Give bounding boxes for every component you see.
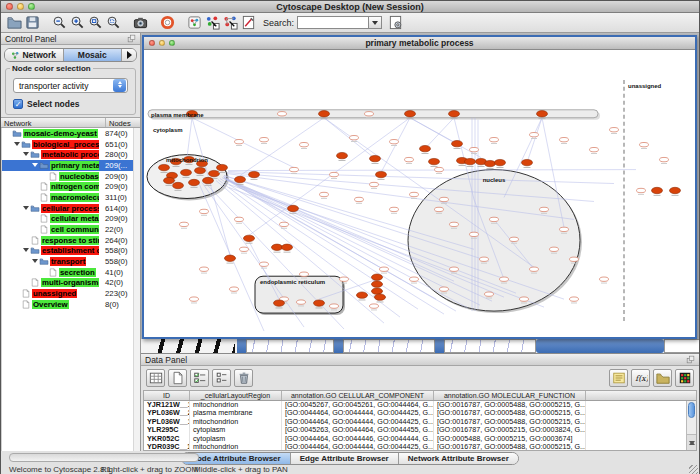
attribute-batch-icon[interactable] bbox=[212, 369, 231, 387]
network-node-small[interactable] bbox=[440, 287, 449, 291]
network-node-small[interactable] bbox=[278, 112, 287, 116]
network-node[interactable] bbox=[235, 176, 246, 182]
table-cell[interactable]: cytoplasm bbox=[190, 426, 282, 434]
table-cell[interactable]: [GO:0016787, GO:0005488, GO:0005215, G..… bbox=[434, 401, 586, 409]
tree-row[interactable]: nucleobase-209(0) bbox=[2, 171, 140, 182]
network-node[interactable] bbox=[274, 300, 285, 306]
network-node-small[interactable] bbox=[260, 137, 269, 141]
table-cell[interactable]: [GO:0016787, GO:0005488, GO:0005215, G..… bbox=[434, 418, 586, 426]
network-node[interactable] bbox=[209, 170, 220, 176]
table-column-header[interactable]: ID bbox=[144, 391, 190, 400]
attribute-table-icon[interactable] bbox=[146, 369, 165, 387]
network-edge[interactable] bbox=[527, 118, 542, 163]
network-node[interactable] bbox=[288, 205, 299, 211]
vizmapper-icon[interactable] bbox=[239, 14, 257, 31]
network-node[interactable] bbox=[449, 111, 460, 117]
network-node-small[interactable] bbox=[390, 207, 399, 211]
new-attribute-icon[interactable] bbox=[168, 369, 187, 387]
tree-row[interactable]: metabolic process280(0) bbox=[2, 149, 140, 160]
network-node-small[interactable] bbox=[560, 227, 569, 231]
open-file-icon[interactable] bbox=[5, 14, 23, 31]
network-node-small[interactable] bbox=[200, 209, 209, 213]
network-node[interactable] bbox=[244, 235, 255, 241]
table-cell[interactable]: YPL036W__1 bbox=[144, 418, 190, 426]
disclosure-triangle-icon[interactable] bbox=[32, 163, 38, 170]
network-node-small[interactable] bbox=[320, 192, 329, 196]
save-icon[interactable] bbox=[23, 14, 41, 31]
zoom-out-icon[interactable] bbox=[50, 14, 68, 31]
network-node[interactable] bbox=[370, 155, 381, 161]
table-cell[interactable]: YKR052C bbox=[144, 435, 190, 443]
formula-icon[interactable] bbox=[631, 369, 650, 387]
tree-row[interactable]: secretion41(0) bbox=[2, 267, 140, 278]
network-node-small[interactable] bbox=[235, 217, 244, 221]
network-node[interactable] bbox=[319, 111, 330, 117]
table-cell[interactable]: [GO:0045263, GO:0044464, GO:0044455, G..… bbox=[282, 426, 434, 434]
network-node-small[interactable] bbox=[660, 157, 669, 161]
table-row[interactable]: YPL036W__1mitochondrion[GO:0044464, GO:0… bbox=[144, 418, 696, 426]
node-color-dropdown[interactable]: transporter activity bbox=[13, 78, 128, 93]
network-node-small[interactable] bbox=[405, 157, 414, 161]
network-node-small[interactable] bbox=[490, 137, 499, 141]
network-node-small[interactable] bbox=[390, 139, 399, 143]
network-node[interactable] bbox=[485, 160, 496, 166]
tree-row[interactable]: establishment of lo558(0) bbox=[2, 246, 140, 257]
network-node-small[interactable] bbox=[600, 277, 609, 281]
network-node[interactable] bbox=[249, 171, 260, 177]
network-node-small[interactable] bbox=[410, 277, 419, 281]
table-row[interactable]: YPL036W__2plasma membrane[GO:0044464, GO… bbox=[144, 409, 696, 417]
network-node-small[interactable] bbox=[340, 277, 349, 281]
network-node-small[interactable] bbox=[380, 267, 389, 271]
network-node-small[interactable] bbox=[330, 172, 339, 176]
network-node-small[interactable] bbox=[435, 167, 444, 171]
network-node[interactable] bbox=[203, 177, 214, 183]
network-node-small[interactable] bbox=[540, 207, 549, 211]
tree-row[interactable]: unassigned223(0) bbox=[2, 288, 140, 299]
network-node[interactable] bbox=[282, 244, 293, 250]
network-node[interactable] bbox=[272, 244, 283, 250]
disclosure-triangle-icon[interactable] bbox=[23, 248, 29, 255]
network-node[interactable] bbox=[225, 255, 236, 261]
table-cell[interactable]: [GO:0044464, GO:0044446, GO:0044444, G..… bbox=[282, 435, 434, 443]
network-node[interactable] bbox=[159, 164, 170, 170]
network-node-small[interactable] bbox=[297, 300, 306, 304]
network-node[interactable] bbox=[372, 274, 383, 280]
disclosure-triangle-icon[interactable] bbox=[23, 206, 29, 213]
tree-row[interactable]: cell communicat22(0) bbox=[2, 224, 140, 235]
network-edge[interactable] bbox=[240, 118, 324, 176]
select-nodes-checkbox[interactable]: ✓ bbox=[13, 99, 23, 109]
table-cell[interactable]: [GO:0044464, GO:0044444, GO:0044425, G..… bbox=[282, 418, 434, 426]
tab-network[interactable]: Network bbox=[5, 49, 64, 61]
table-cell[interactable]: [GO:0044464, GO:0044444, GO:0044425, G..… bbox=[282, 409, 434, 417]
disclosure-triangle-icon[interactable] bbox=[32, 259, 38, 266]
network-panel-icon[interactable] bbox=[185, 14, 203, 31]
network-node-small[interactable] bbox=[590, 147, 599, 151]
table-column-header[interactable]: annotation.GO MOLECULAR_FUNCTION bbox=[434, 391, 586, 400]
network-node[interactable] bbox=[164, 177, 175, 183]
network-node-small[interactable] bbox=[230, 287, 239, 291]
tree-row[interactable]: cellular metabo209(0) bbox=[2, 214, 140, 225]
network-node-small[interactable] bbox=[180, 222, 189, 226]
network-node-small[interactable] bbox=[190, 297, 199, 301]
network-node-small[interactable] bbox=[530, 133, 539, 137]
tree-col-network[interactable]: Network bbox=[1, 118, 106, 127]
resize-grip-icon[interactable] bbox=[689, 465, 698, 474]
tree-row[interactable]: macromolecule311(0) bbox=[2, 192, 140, 203]
network-node-small[interactable] bbox=[260, 262, 269, 266]
table-cell[interactable]: YLR295C bbox=[144, 426, 190, 434]
network-node[interactable] bbox=[181, 169, 192, 175]
network-edge[interactable] bbox=[187, 118, 192, 158]
network-node[interactable] bbox=[420, 145, 431, 151]
network-node-small[interactable] bbox=[355, 197, 364, 201]
network-node[interactable] bbox=[375, 294, 386, 300]
network-node[interactable] bbox=[465, 158, 476, 164]
network-node[interactable] bbox=[522, 159, 533, 165]
tab-overflow-button[interactable] bbox=[122, 49, 136, 61]
table-scrollbar[interactable] bbox=[686, 401, 696, 450]
network-node-small[interactable] bbox=[610, 128, 619, 132]
network-node-small[interactable] bbox=[290, 167, 299, 171]
table-cell[interactable]: [GO:0045267, GO:0045261, GO:0044464, G..… bbox=[282, 401, 434, 409]
network-node-small[interactable] bbox=[435, 207, 444, 211]
table-scroll-arrows[interactable] bbox=[687, 434, 696, 450]
network-node-small[interactable] bbox=[640, 142, 649, 146]
